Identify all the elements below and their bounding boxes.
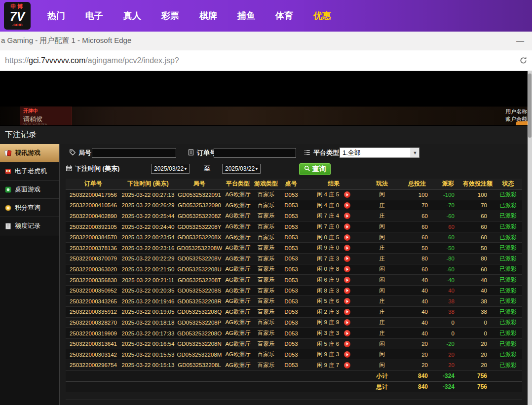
top-nav-item-6[interactable]: 体育 [275, 10, 293, 22]
cell: D053 [280, 317, 303, 328]
result-cell: 闲 0 庄 8 [303, 264, 365, 275]
status-badge: 已派彩 [494, 296, 522, 307]
result-cell: 闲 7 庄 3 [303, 254, 365, 264]
play-icon[interactable] [344, 266, 350, 272]
cell: 百家乐 [252, 211, 280, 221]
cell: 20 [435, 349, 461, 360]
top-nav-item-1[interactable]: 电子 [85, 10, 103, 22]
cell: GD0532532208R [175, 296, 224, 307]
site-logo[interactable]: 申博 7V .com [4, 2, 31, 30]
minimize-button[interactable]: — [516, 32, 524, 50]
scrollbar-track[interactable] [528, 71, 532, 405]
order-input[interactable] [214, 148, 296, 158]
cell: AG欧洲厅 [224, 254, 252, 264]
round-label-group: 局号 [69, 148, 91, 157]
cell: GD0532532208Y [175, 221, 224, 232]
screen: 申博 7V .com 热门电子真人彩票棋牌捕鱼体育优惠 a Gaming - 用… [0, 0, 532, 405]
top-nav-item-7[interactable]: 优惠 [313, 10, 331, 22]
table-games-icon [4, 186, 12, 193]
sidebar-item-4[interactable]: 额度记录 [0, 217, 59, 235]
table-row: 2503220003199092025-03-22 00:17:33GD0532… [66, 328, 522, 339]
top-nav-item-3[interactable]: 彩票 [161, 10, 179, 22]
cell: 2025-03-22 00:21:11 [121, 275, 175, 286]
table-row: 2503220003031422025-03-22 00:15:53GD0532… [66, 349, 522, 360]
play-icon[interactable] [344, 245, 350, 251]
top-nav-item-0[interactable]: 热门 [47, 10, 65, 22]
play-icon[interactable] [344, 213, 350, 219]
play-icon[interactable] [344, 298, 350, 304]
cell: D053 [280, 285, 303, 296]
cell: 40 [399, 285, 435, 296]
play-icon[interactable] [344, 277, 350, 283]
cell: D053 [280, 221, 303, 232]
scrollbar-thumb[interactable] [528, 74, 532, 138]
play-icon[interactable] [344, 362, 350, 368]
top-nav-item-5[interactable]: 捕鱼 [237, 10, 255, 22]
sidebar-item-label: 电子老虎机 [15, 167, 47, 176]
play-icon[interactable] [344, 330, 350, 336]
result-cell: 闲 6 庄 9 [303, 275, 365, 286]
cell: 百家乐 [252, 275, 280, 286]
play-icon[interactable] [344, 223, 350, 230]
refresh-icon[interactable] [519, 56, 528, 67]
cell: GD0532532208O [175, 328, 224, 339]
play-icon[interactable] [344, 191, 350, 198]
status-badge: 已派彩 [494, 275, 522, 286]
column-header: 结果 [303, 179, 365, 189]
cell: 0 [461, 328, 494, 339]
cell: 闲 [365, 264, 399, 275]
credit-icon [4, 222, 12, 230]
table-row: 2503220002967542025-03-22 00:15:13GD0532… [66, 360, 522, 371]
cell: 40 [399, 275, 435, 286]
cell: 60 [399, 264, 435, 275]
result-cell: 闲 9 庄 0 [303, 243, 365, 254]
cell: 250322000392105 [66, 221, 121, 232]
cell: GD0532532208Z [175, 211, 224, 221]
result-cell: 闲 2 庄 3 [303, 307, 365, 318]
sidebar: 视讯游戏电子老虎机桌面游戏积分查询额度记录 [0, 144, 60, 405]
top-nav-item-2[interactable]: 真人 [123, 10, 141, 22]
result-cell: 闲 8 庄 3 [303, 285, 365, 296]
play-icon[interactable] [344, 351, 350, 358]
cell: 70 [461, 200, 494, 211]
cell: 250322000328270 [66, 317, 121, 328]
play-icon[interactable] [344, 202, 350, 209]
round-input[interactable] [92, 148, 176, 158]
sidebar-item-0[interactable]: 视讯游戏 [0, 144, 59, 162]
date-to-select[interactable]: 2025/03/22 ▼ [222, 164, 261, 174]
sidebar-item-2[interactable]: 桌面游戏 [0, 181, 59, 199]
cell: 0 [435, 317, 461, 328]
cell: D053 [280, 307, 303, 318]
cell: 38 [461, 307, 494, 318]
play-icon[interactable] [344, 319, 350, 326]
cell: AG欧洲厅 [224, 189, 252, 200]
cell: 250322000350952 [66, 285, 121, 296]
play-icon[interactable] [344, 309, 350, 315]
sidebar-item-1[interactable]: 电子老虎机 [0, 162, 59, 181]
play-icon[interactable] [344, 256, 350, 262]
cell: GD0532532208X [175, 232, 224, 243]
cell: 2025-03-22 00:22:29 [121, 254, 175, 264]
column-header: 状态 [494, 179, 522, 189]
bet-time-label: 下注时间 (美东) [75, 164, 119, 173]
cell: -60 [435, 232, 461, 243]
status-badge: 已派彩 [494, 307, 522, 318]
date-from-select[interactable]: 2025/03/22 ▼ [151, 164, 190, 174]
cell: 闲 [365, 275, 399, 286]
cell: 250322000417956 [66, 189, 121, 200]
play-icon[interactable] [344, 288, 350, 294]
cell: 38 [435, 296, 461, 307]
cell: AG欧洲厅 [224, 221, 252, 232]
window-title: a Gaming - 用户配置 1 - Microsoft Edge [1, 36, 131, 45]
play-icon[interactable] [344, 234, 350, 241]
top-nav-item-4[interactable]: 棋牌 [199, 10, 217, 22]
platform-select[interactable]: 1.全部 ▼ [340, 147, 419, 158]
table-row: 2503220003282702025-03-22 00:18:18GD0532… [66, 317, 522, 328]
cell: 60 [461, 221, 494, 232]
cell: 庄 [365, 200, 399, 211]
cell: D053 [280, 349, 303, 360]
play-icon[interactable] [344, 341, 350, 347]
browser-url-bar[interactable]: https://gci.7vvvvvv.com/agingame/pcv2/in… [0, 50, 532, 71]
query-button[interactable]: 查询 [299, 163, 331, 175]
sidebar-item-3[interactable]: 积分查询 [0, 199, 59, 217]
